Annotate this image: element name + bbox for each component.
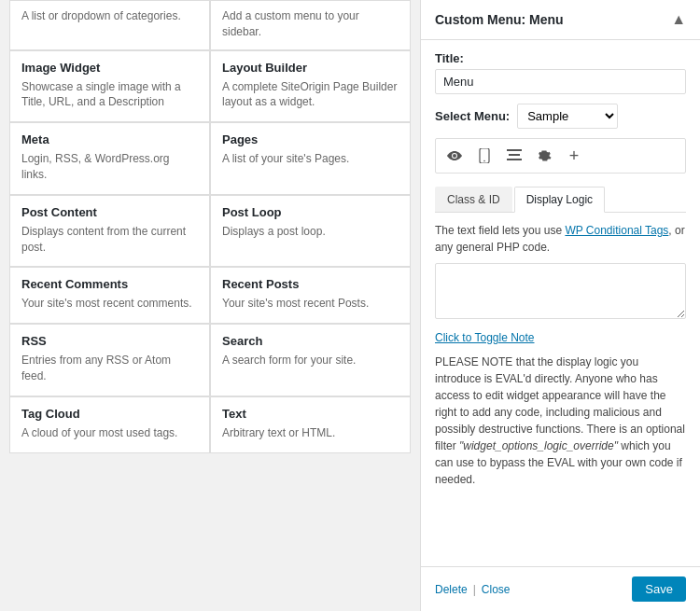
widget-post-loop-title: Post Loop [222,205,399,219]
widget-categories[interactable]: A list or dropdown of categories. [9,0,210,50]
panel-title: Custom Menu: Menu [435,12,564,27]
widget-post-content-title: Post Content [21,205,198,219]
widget-meta-desc: Login, RSS, & WordPress.org links. [21,151,198,183]
widget-text-desc: Arbitrary text or HTML. [222,425,399,441]
tab-display-logic[interactable]: Display Logic [514,187,605,213]
gear-icon [537,148,552,163]
widget-layout-builder-title: Layout Builder [222,61,399,75]
footer-links: Delete | Close [435,583,511,596]
widget-recent-comments-desc: Your site's most recent comments. [21,296,198,312]
panel-body: Title: Select Menu: Sample Main Menu Foo… [421,40,700,566]
delete-link[interactable]: Delete [435,583,468,596]
title-label: Title: [435,51,686,65]
widget-image-widget[interactable]: Image Widget Showcase a single image wit… [9,50,210,123]
widget-layout-builder-desc: A complete SiteOrigin Page Builder layou… [222,79,399,111]
widget-recent-comments-title: Recent Comments [21,277,198,291]
svg-rect-3 [509,154,520,156]
widget-post-loop-desc: Displays a post loop. [222,224,399,240]
display-logic-description: The text field lets you use WP Condition… [435,222,686,256]
panel-header: Custom Menu: Menu ▲ [421,0,700,40]
title-field-group: Title: [435,51,686,94]
panel-collapse-button[interactable]: ▲ [671,11,686,28]
widget-rss[interactable]: RSS Entries from any RSS or Atom feed. [9,324,210,396]
widget-tag-cloud-title: Tag Cloud [21,407,198,421]
toggle-note-link[interactable]: Click to Toggle Note [435,329,686,346]
select-menu-row: Select Menu: Sample Main Menu Footer Men… [435,104,686,129]
display-logic-content: The text field lets you use WP Condition… [435,213,686,497]
widget-search-desc: A search form for your site. [222,353,399,368]
widget-text[interactable]: Text Arbitrary text or HTML. [210,396,411,453]
widget-tag-cloud[interactable]: Tag Cloud A cloud of your most used tags… [9,396,210,453]
widget-post-content-desc: Displays content from the current post. [21,224,198,256]
widget-text-title: Text [222,407,399,421]
select-menu-dropdown[interactable]: Sample Main Menu Footer Menu [517,104,618,129]
mobile-icon [479,148,490,163]
tabs-row: Class & ID Display Logic [435,187,686,213]
widget-custom-menu-desc: Add a custom menu to your sidebar. [222,8,399,40]
tabs-container: Class & ID Display Logic The text field … [435,183,686,497]
widget-post-loop[interactable]: Post Loop Displays a post loop. [210,195,411,268]
widget-layout-builder[interactable]: Layout Builder A complete SiteOrigin Pag… [210,50,411,123]
eye-icon-button[interactable] [441,143,468,169]
select-menu-label: Select Menu: [435,109,510,123]
plus-icon: + [569,147,580,164]
tab-class-id[interactable]: Class & ID [435,187,512,212]
panel-footer: Delete | Close Save [421,566,700,611]
custom-menu-panel: Custom Menu: Menu ▲ Title: Select Menu: … [420,0,700,611]
gear-icon-button[interactable] [531,143,557,169]
widget-custom-menu[interactable]: Add a custom menu to your sidebar. [210,0,411,50]
widget-rss-desc: Entries from any RSS or Atom feed. [21,353,198,384]
icon-toolbar: + [435,138,686,174]
widget-meta-title: Meta [21,132,198,146]
widget-pages[interactable]: Pages A list of your site's Pages. [210,122,411,195]
wp-conditional-tags-link[interactable]: WP Conditional Tags [565,224,668,237]
widget-tag-cloud-desc: A cloud of your most used tags. [21,425,198,441]
widget-image-widget-desc: Showcase a single image with a Title, UR… [21,79,198,111]
display-logic-textarea[interactable] [435,263,686,319]
widget-recent-comments[interactable]: Recent Comments Your site's most recent … [9,267,210,324]
widget-categories-desc: A list or dropdown of categories. [21,8,198,24]
svg-rect-4 [507,159,522,160]
widget-recent-posts-title: Recent Posts [222,277,399,291]
widget-search[interactable]: Search A search form for your site. [210,324,411,396]
align-icon-button[interactable] [501,143,527,169]
widget-pages-title: Pages [222,132,399,146]
mobile-icon-button[interactable] [471,143,497,169]
widget-image-widget-title: Image Widget [21,61,198,75]
widget-rss-title: RSS [21,334,198,348]
widget-recent-posts[interactable]: Recent Posts Your site's most recent Pos… [210,267,411,324]
footer-separator: | [473,583,476,596]
plus-icon-button[interactable]: + [561,143,587,169]
widget-search-title: Search [222,334,399,348]
svg-rect-2 [507,149,522,151]
widget-recent-posts-desc: Your site's most recent Posts. [222,296,399,312]
widget-post-content[interactable]: Post Content Displays content from the c… [9,195,210,268]
align-icon [507,149,522,162]
display-logic-warning: PLEASE NOTE that the display logic you i… [435,354,686,488]
save-button[interactable]: Save [632,576,686,602]
widget-pages-desc: A list of your site's Pages. [222,151,399,167]
eye-icon [447,148,462,163]
widget-list: A list or dropdown of categories. Add a … [0,0,420,611]
widget-meta[interactable]: Meta Login, RSS, & WordPress.org links. [9,122,210,195]
title-input[interactable] [435,69,686,94]
close-link[interactable]: Close [482,583,511,596]
svg-point-1 [483,160,485,162]
